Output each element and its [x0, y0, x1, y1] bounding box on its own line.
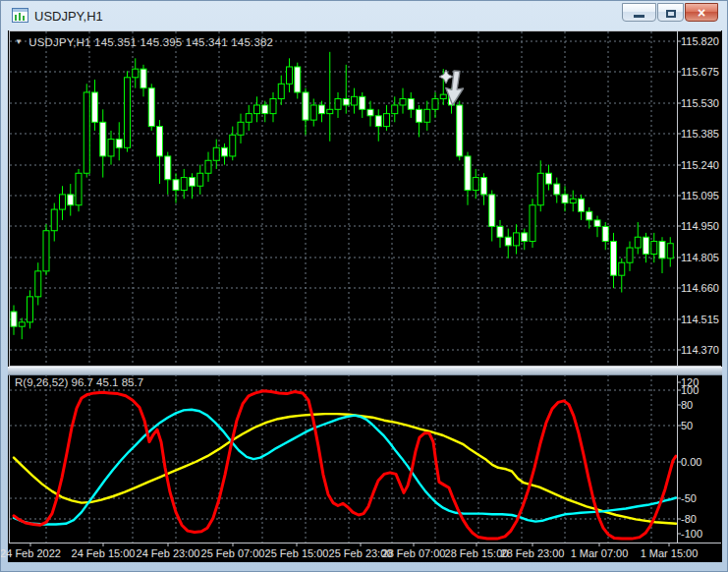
close-button[interactable]: ×: [685, 3, 718, 22]
price-axis-label: 114.950: [681, 220, 719, 232]
minimize-button[interactable]: [622, 3, 656, 22]
price-axis-label: 115.675: [681, 66, 719, 78]
indicator-axis-label: 0.00: [681, 456, 701, 468]
window-title: USDJPY,H1: [34, 9, 103, 24]
price-axis-label: 115.530: [681, 97, 719, 109]
minimize-icon: [634, 15, 644, 18]
chart-symbol-label: ▼USDJPY,H1 145.351 145.395 145.341 145.3…: [15, 36, 273, 48]
price-axis-label: 115.385: [681, 128, 719, 140]
price-axis-label: 115.820: [681, 35, 719, 47]
price-axis-label: 115.240: [681, 159, 719, 171]
chart-client-area[interactable]: [8, 30, 722, 562]
titlebar[interactable]: USDJPY,H1 ×: [1, 1, 727, 30]
indicator-axis-label: 50: [681, 420, 693, 431]
close-icon: ×: [698, 5, 705, 22]
indicator-axis-label: -100: [681, 528, 702, 540]
maximize-button[interactable]: [657, 3, 684, 22]
ohlc-text: USDJPY,H1 145.351 145.395 145.341 145.38…: [28, 36, 273, 48]
indicator-axis-label: -50: [681, 492, 697, 504]
price-axis-label: 114.370: [681, 344, 719, 356]
panel-splitter[interactable]: [8, 367, 722, 375]
time-axis-label: 1 Mar 15:00: [626, 547, 712, 559]
chart-window-icon: [12, 8, 29, 24]
price-axis-label: 114.660: [681, 282, 719, 294]
price-axis-label: 115.095: [681, 190, 719, 201]
indicator-axis-label: 100: [681, 384, 699, 396]
indicator-axis-label: 80: [681, 399, 693, 411]
price-axis-label: 114.515: [681, 314, 719, 325]
mt4-chart-window: USDJPY,H1 × ▼USDJPY,H1 145.351 145.395 1…: [0, 0, 728, 572]
price-axis-label: 114.805: [681, 252, 719, 263]
indicator-label: R(9,26,52) 96.7 45.1 85.7: [15, 376, 143, 388]
indicator-axis-label: -80: [681, 513, 697, 525]
symbol-dropdown-arrow-icon[interactable]: ▼: [15, 37, 23, 46]
maximize-icon: [666, 10, 676, 18]
